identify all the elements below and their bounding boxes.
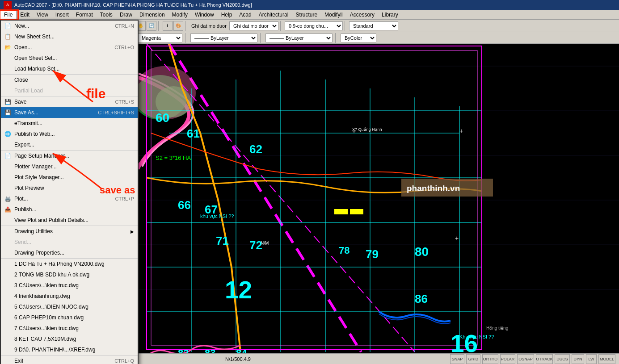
- menu-item-save[interactable]: 💾 Save CTRL+S: [1, 96, 138, 107]
- menu-draw[interactable]: Draw: [116, 10, 136, 19]
- menu-format[interactable]: Format: [72, 10, 97, 19]
- menu-modifyll[interactable]: Modifyll: [321, 10, 346, 19]
- menu-item-recent2[interactable]: 2 TONG MB SDD khu A ok.dwg: [1, 269, 138, 280]
- menu-item-plot[interactable]: 🖨️ Plot... CTRL+P: [1, 193, 138, 204]
- menu-acad[interactable]: Acad: [236, 10, 255, 19]
- menu-item-plottermgr[interactable]: Plotter Manager...: [1, 161, 138, 172]
- color-select[interactable]: Magenta: [138, 33, 182, 42]
- menu-tools[interactable]: Tools: [97, 10, 116, 19]
- pagesetup-icon: 📄: [4, 152, 12, 160]
- sb-dyn[interactable]: DYN: [572, 354, 584, 364]
- plot-icon: 🖨️: [4, 195, 12, 203]
- sb-ducs[interactable]: DUCS: [555, 354, 570, 364]
- linecolor-select[interactable]: ByColor: [341, 33, 376, 42]
- menu-item-drawutils[interactable]: Drawing Utilities ▶: [1, 226, 138, 237]
- menu-window[interactable]: Window: [191, 10, 218, 19]
- svg-text:Hồng tiếng: Hồng tiếng: [486, 326, 508, 331]
- menu-help[interactable]: Help: [218, 10, 236, 19]
- menu-item-recent4[interactable]: 4 trienkhaianhrung.dwg: [1, 291, 138, 301]
- tb-scale-select[interactable]: 0.9-co dong chu...: [285, 21, 343, 30]
- tb-3d-orbit[interactable]: 🔄: [147, 21, 156, 31]
- menu-section-save: 💾 Save CTRL+S 💾 Save As... CTRL+SHIFT+S …: [1, 96, 138, 151]
- linetype-select1[interactable]: ——— ByLayer: [190, 33, 257, 42]
- sb-lw[interactable]: LW: [586, 354, 597, 364]
- tb-sep-layer4: [335, 33, 338, 43]
- menu-item-recent5[interactable]: 5 C:\Users\...\DIEN NUOC.dwg: [1, 301, 138, 312]
- menu-modify[interactable]: Modify: [168, 10, 191, 19]
- menu-item-plotstyle[interactable]: Plot Style Manager...: [1, 172, 138, 183]
- menu-item-new[interactable]: 📄 New... CTRL+N: [1, 21, 138, 31]
- menu-item-close[interactable]: Close: [1, 75, 138, 85]
- menu-library[interactable]: Library: [378, 10, 402, 19]
- open-icon: 📂: [4, 43, 12, 51]
- tb-sep-layer3: [260, 33, 263, 43]
- menu-dimension[interactable]: Dimension: [136, 10, 168, 19]
- svg-text:N/M: N/M: [261, 241, 269, 246]
- svg-text:66: 66: [178, 198, 191, 212]
- menubar: File Edit View Insert Format Tools Draw …: [0, 10, 619, 20]
- menu-item-newsheetset[interactable]: 📋 New Sheet Set...: [1, 31, 138, 42]
- svg-text:82: 82: [178, 347, 189, 353]
- menu-item-loadmarkup[interactable]: Load Markup Set...: [1, 63, 138, 74]
- tb-sep4: [158, 21, 161, 31]
- submenu-arrow: ▶: [131, 229, 134, 234]
- title-text: AutoCAD 2007 - [D:\0. PHANTHINH\10. CAP …: [14, 2, 252, 8]
- menu-item-etransmit[interactable]: eTransmit...: [1, 118, 138, 129]
- tb-sep6: [280, 21, 283, 31]
- menu-edit[interactable]: Edit: [17, 10, 33, 19]
- svg-text:+: +: [459, 127, 463, 134]
- svg-text:X7 Quảng Hạnh: X7 Quảng Hạnh: [352, 127, 382, 132]
- menu-file[interactable]: File: [0, 10, 17, 19]
- sb-otrack[interactable]: OTRACK: [536, 354, 553, 364]
- sb-grid[interactable]: GRID: [466, 354, 480, 364]
- menu-item-recent6[interactable]: 6 CAP PHEP10m chuan.dwg: [1, 312, 138, 323]
- save-icon: 💾: [4, 98, 12, 106]
- menu-item-recent1[interactable]: 1 DC Hà Tu + Hà Phong VN2000.dwg: [1, 259, 138, 269]
- menu-insert[interactable]: Insert: [52, 10, 72, 19]
- menu-accessory[interactable]: Accessory: [346, 10, 378, 19]
- menu-item-saveas[interactable]: 💾 Save As... CTRL+SHIFT+S: [1, 107, 138, 118]
- sb-ortho[interactable]: ORTHO: [482, 354, 498, 364]
- menu-item-recent3[interactable]: 3 C:\Users\...\kien truc.dwg: [1, 280, 138, 291]
- menu-item-viewplotdetails[interactable]: View Plot and Publish Details...: [1, 215, 138, 226]
- tb-text-label: Ghi dat mo duor: [191, 23, 227, 29]
- svg-text:Khu vực NSI ??: Khu vực NSI ??: [459, 334, 494, 340]
- menu-item-drawprops[interactable]: Drawing Properties...: [1, 247, 138, 258]
- menu-item-publishweb[interactable]: 🌐 Publish to Web...: [1, 129, 138, 139]
- tb-standard-select[interactable]: Standard: [349, 21, 398, 30]
- tb-match[interactable]: 🎨: [173, 21, 183, 31]
- sb-polar[interactable]: POLAR: [500, 354, 515, 364]
- svg-text:12: 12: [225, 276, 252, 304]
- menu-item-recent9[interactable]: 9 D:\0. PHANTHINH\...\XREF.dwg: [1, 344, 138, 355]
- newsheetset-icon: 📋: [4, 33, 12, 41]
- menu-view[interactable]: View: [33, 10, 52, 19]
- tb-sep5: [185, 21, 188, 31]
- menu-section-utils: Drawing Utilities ▶ Send... Drawing Prop…: [1, 226, 138, 259]
- menu-item-pagesetup[interactable]: 📄 Page Setup Manager...: [1, 151, 138, 161]
- menu-item-export[interactable]: Export...: [1, 139, 138, 150]
- svg-text:61: 61: [187, 127, 200, 140]
- sb-osnap[interactable]: OSNAP: [517, 354, 534, 364]
- svg-text:S2 = 3*16 HA: S2 = 3*16 HA: [156, 155, 191, 161]
- menu-item-publish[interactable]: 📤 Publish...: [1, 204, 138, 215]
- linetype-select2[interactable]: ——— ByLayer: [265, 33, 333, 42]
- menu-architectural[interactable]: Architectural: [255, 10, 292, 19]
- svg-text:60: 60: [156, 111, 169, 125]
- sb-toggles: SNAP GRID ORTHO POLAR OSNAP OTRACK DUCS …: [450, 354, 615, 364]
- new-icon: 📄: [4, 22, 12, 30]
- sb-model[interactable]: MODEL: [598, 354, 615, 364]
- tb-text-select[interactable]: Ghi dat mo duor: [229, 21, 278, 30]
- menu-item-recent8[interactable]: 8 KET CAU 7,5X10M.dwg: [1, 334, 138, 344]
- svg-rect-28: [350, 209, 363, 214]
- app-logo: A: [4, 1, 12, 9]
- menu-item-opensheetset[interactable]: Open Sheet Set...: [1, 53, 138, 63]
- menu-item-exit[interactable]: Exit CTRL+Q: [1, 356, 138, 364]
- menu-item-plotpreview[interactable]: Plot Preview: [1, 183, 138, 193]
- menu-structure[interactable]: Structure: [292, 10, 321, 19]
- menu-item-partialload: Partial Load: [1, 85, 138, 96]
- tb-properties[interactable]: ℹ: [163, 21, 173, 31]
- menu-item-open[interactable]: 📂 Open... CTRL+O: [1, 42, 138, 53]
- sb-snap[interactable]: SNAP: [450, 354, 464, 364]
- tb-sep-layer2: [185, 33, 188, 43]
- menu-item-recent7[interactable]: 7 C:\Users\...\kien truc.dwg: [1, 323, 138, 334]
